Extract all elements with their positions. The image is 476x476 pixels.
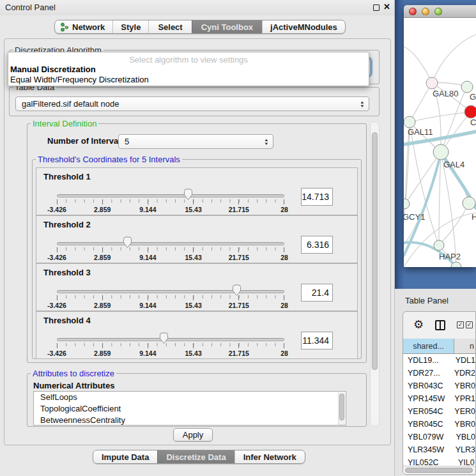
- threshold-3-value-field[interactable]: 21.4: [301, 284, 333, 302]
- svg-text:C: C: [470, 118, 476, 127]
- numerical-attributes-list[interactable]: SelfLoops TopologicalCoefficient Between…: [33, 391, 346, 426]
- tab-cyni-toolbox[interactable]: Cyni Toolbox: [192, 20, 262, 33]
- tab-impute-data[interactable]: Impute Data: [93, 450, 157, 463]
- slider-thumb[interactable]: [183, 188, 193, 201]
- threshold-4-value-field[interactable]: 11.344: [301, 332, 333, 349]
- list-item[interactable]: TopologicalCoefficient: [34, 403, 346, 415]
- slider-track[interactable]: [57, 242, 284, 245]
- threshold-1-panel: Threshold 1 -3.4262.8599.14415.4321.7152…: [36, 167, 358, 215]
- algorithm-placeholder-item: Select algorithm to view settings: [8, 55, 369, 65]
- threshold-1-value-field[interactable]: 14.713: [301, 188, 333, 206]
- node-gcy1[interactable]: [404, 199, 410, 209]
- threshold-3-slider[interactable]: -3.4262.8599.14415.4321.71528: [57, 286, 284, 311]
- table-row[interactable]: YBL079WYBL0: [403, 431, 475, 443]
- node-table: shared... n YDL19...YDL1 YDR27...YDR2 YB…: [403, 339, 475, 466]
- panel-scrollbar[interactable]: [370, 121, 380, 427]
- threshold-2-value-field[interactable]: 6.316: [301, 236, 333, 254]
- column-header-shared-name[interactable]: shared...: [403, 339, 454, 354]
- table-scrollbar-thumb[interactable]: [405, 468, 473, 473]
- table-row[interactable]: YBR043CYBR0: [403, 380, 475, 392]
- table-data-combo[interactable]: galFiltered.sif default node ▲▼: [15, 96, 369, 111]
- list-item[interactable]: BetweennessCentrality: [34, 415, 346, 426]
- table-horizontal-scrollbar[interactable]: [403, 466, 475, 474]
- threshold-2-slider[interactable]: -3.4262.8599.14415.4321.71528: [57, 238, 284, 263]
- slider-thumb[interactable]: [159, 332, 169, 344]
- algorithm-dropdown-popup: Select algorithm to view settings Manual…: [8, 52, 369, 86]
- node-partial-low-right[interactable]: [463, 197, 475, 210]
- network-window-titlebar[interactable]: [404, 5, 476, 18]
- close-icon[interactable]: ✕: [383, 2, 390, 12]
- node-gal80[interactable]: [426, 77, 438, 89]
- node-gal4[interactable]: [433, 144, 449, 160]
- tab-style[interactable]: Style: [112, 20, 148, 33]
- table-panel-inner: ⚙ ✓ ✓ shared... n YDL19...YDL1 YDR27...Y…: [403, 311, 476, 475]
- slider-ticks: [57, 295, 284, 298]
- node-selected-red[interactable]: [464, 105, 476, 118]
- slider-thumb[interactable]: [123, 236, 132, 249]
- slider-tick-labels: -3.4262.8599.14415.4321.71528: [57, 254, 284, 262]
- svg-text:GCY1: GCY1: [404, 212, 425, 222]
- checkbox-icon[interactable]: ✓: [466, 321, 473, 328]
- stepper-icon: ▲▼: [265, 138, 268, 146]
- slider-track[interactable]: [57, 338, 284, 341]
- node-gal11[interactable]: [404, 116, 415, 128]
- list-item[interactable]: SelfLoops: [34, 392, 346, 403]
- threshold-3-label: Threshold 3: [43, 268, 91, 277]
- slider-thumb[interactable]: [232, 284, 242, 296]
- threshold-1-label: Threshold 1: [43, 172, 91, 181]
- table-panel: Table Panel ⚙ ✓ ✓ shared... n YDL19...YD…: [395, 289, 476, 476]
- table-row[interactable]: YDR27...YDR2: [403, 367, 475, 380]
- algorithm-option-equal-width[interactable]: Equal Width/Frequency Discretization: [10, 75, 149, 84]
- gear-icon[interactable]: ⚙: [413, 319, 424, 330]
- top-tabbar: Network Style Select Cyni Toolbox jActiv…: [54, 20, 346, 34]
- slider-track[interactable]: [57, 290, 284, 293]
- network-canvas[interactable]: GAL80 GA C GAL11 GAL4 GCY1 H HAP2: [404, 18, 476, 267]
- table-row[interactable]: YIL052CYIL0: [403, 456, 475, 466]
- list-scrollbar[interactable]: [338, 392, 345, 426]
- control-panel-titlebar: Control Panel ✕: [0, 0, 394, 15]
- close-traffic-light-icon[interactable]: [409, 8, 417, 15]
- checkbox-icon[interactable]: ✓: [457, 321, 464, 328]
- table-panel-title: Table Panel: [405, 296, 449, 305]
- tab-select[interactable]: Select: [148, 20, 191, 33]
- svg-text:GAL80: GAL80: [433, 89, 458, 98]
- tab-network[interactable]: Network: [55, 20, 112, 33]
- threshold-2-label: Threshold 2: [43, 220, 91, 229]
- control-panel: Control Panel ✕ Network Style Select Cyn…: [0, 0, 395, 476]
- threshold-4-slider[interactable]: -3.4262.8599.14415.4321.71528: [57, 334, 284, 359]
- float-window-icon[interactable]: [373, 4, 380, 11]
- num-intervals-label: Number of Intervals: [47, 136, 125, 146]
- list-scrollbar-thumb[interactable]: [339, 394, 344, 420]
- tab-jactivemnodules[interactable]: jActiveMNodules: [262, 20, 345, 33]
- table-row[interactable]: YPR145WYPR1: [403, 392, 475, 405]
- panel-scrollbar-thumb[interactable]: [372, 132, 378, 370]
- slider-ticks: [57, 199, 284, 203]
- table-header-row: shared... n: [403, 339, 475, 354]
- table-row[interactable]: YLR345WYLR3: [403, 443, 475, 456]
- tab-discretize-data[interactable]: Discretize Data: [157, 450, 234, 463]
- apply-button[interactable]: Apply: [173, 428, 213, 441]
- threshold-4-label: Threshold 4: [43, 316, 91, 325]
- column-view-icon[interactable]: [435, 320, 445, 330]
- svg-text:GAL11: GAL11: [408, 127, 433, 137]
- panel-title: Control Panel: [5, 3, 56, 12]
- table-row[interactable]: YER054CYER0: [403, 405, 475, 418]
- table-row[interactable]: YBR045CYBR0: [403, 418, 475, 431]
- minimize-traffic-light-icon[interactable]: [422, 8, 429, 15]
- slider-track[interactable]: [57, 194, 284, 197]
- node-hap2[interactable]: [434, 240, 444, 250]
- algorithm-option-manual[interactable]: Manual Discretization: [10, 65, 96, 74]
- slider-ticks: [57, 343, 284, 346]
- num-intervals-value: 5: [125, 137, 129, 146]
- threshold-1-slider[interactable]: -3.4262.8599.14415.4321.71528: [57, 190, 284, 215]
- table-row[interactable]: YDL19...YDL1: [403, 354, 475, 367]
- node-partial-top-right[interactable]: [461, 81, 473, 93]
- tab-infer-network[interactable]: Infer Network: [234, 450, 305, 463]
- num-intervals-combo[interactable]: 5 ▲▼: [118, 134, 273, 149]
- slider-tick-labels: -3.4262.8599.14415.4321.71528: [57, 349, 284, 358]
- zoom-traffic-light-icon[interactable]: [434, 8, 442, 15]
- network-view-window: GAL80 GA C GAL11 GAL4 GCY1 H HAP2: [404, 5, 476, 267]
- slider-tick-labels: -3.4262.8599.14415.4321.71528: [57, 206, 284, 214]
- column-header-name[interactable]: n: [454, 339, 475, 354]
- slider-ticks: [57, 247, 284, 250]
